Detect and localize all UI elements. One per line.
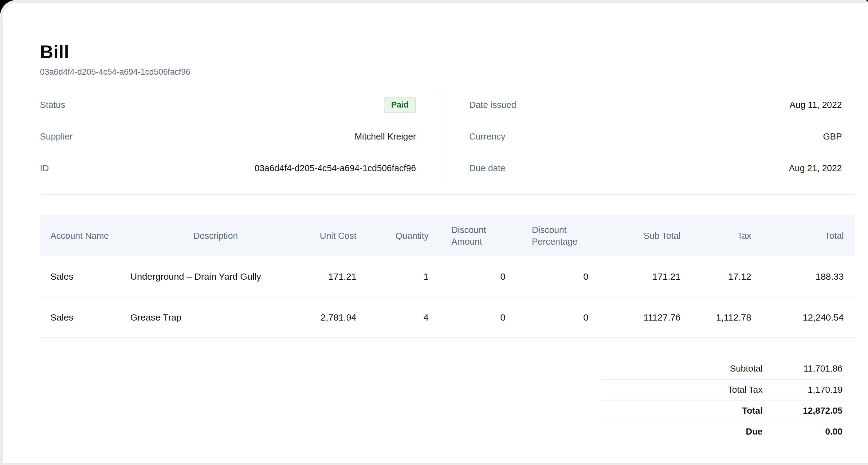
- info-row-supplier: Supplier Mitchell Kreiger: [40, 121, 416, 152]
- id-label: ID: [40, 163, 49, 173]
- cell-description: Underground – Drain Yard Gully: [120, 271, 311, 282]
- info-row-date-issued: Date issued Aug 11, 2022: [469, 89, 842, 121]
- totals-summary: Subtotal 11,701.86 Total Tax 1,170.19 To…: [600, 358, 842, 442]
- cell-quantity: 1: [368, 271, 440, 282]
- table-row: Sales Underground – Drain Yard Gully 171…: [40, 256, 855, 297]
- column-header-discount-amount: Discount Amount: [440, 224, 517, 247]
- line-items-table: Account Name Description Unit Cost Quant…: [40, 215, 855, 338]
- cell-sub-total: 171.21: [599, 271, 692, 282]
- due-date-label: Due date: [469, 163, 505, 173]
- cell-account-name: Sales: [40, 271, 120, 282]
- bill-uuid-subtitle: 03a6d4f4-d205-4c54-a694-1cd506facf96: [40, 67, 855, 76]
- info-row-due-date: Due date Aug 21, 2022: [469, 152, 842, 184]
- date-issued-label: Date issued: [469, 100, 516, 110]
- due-label: Due: [600, 427, 763, 437]
- cell-quantity: 4: [368, 312, 440, 323]
- status-label: Status: [40, 100, 65, 110]
- column-header-total: Total: [762, 230, 855, 242]
- column-header-sub-total: Sub Total: [599, 230, 692, 242]
- total-tax-label: Total Tax: [600, 385, 763, 395]
- supplier-label: Supplier: [40, 131, 72, 142]
- summary-row-total-tax: Total Tax 1,170.19: [600, 379, 842, 400]
- column-header-tax: Tax: [692, 230, 762, 242]
- cell-unit-cost: 171.21: [311, 271, 368, 282]
- bill-info-left-column: Status Paid Supplier Mitchell Kreiger ID…: [40, 89, 440, 184]
- total-tax-value: 1,170.19: [763, 385, 842, 395]
- due-value: 0.00: [763, 427, 842, 437]
- subtotal-label: Subtotal: [600, 364, 763, 374]
- cell-total: 12,240.54: [762, 312, 855, 323]
- currency-value: GBP: [823, 131, 842, 142]
- subtotal-value: 11,701.86: [763, 364, 842, 374]
- column-header-quantity: Quantity: [368, 230, 440, 242]
- cell-tax: 17.12: [692, 271, 762, 282]
- cell-description: Grease Trap: [120, 312, 311, 323]
- cell-discount-amount: 0: [440, 271, 517, 282]
- cell-unit-cost: 2,781.94: [311, 312, 368, 323]
- cell-sub-total: 11127.76: [599, 312, 692, 323]
- cell-discount-percentage: 0: [517, 312, 599, 323]
- summary-row-subtotal: Subtotal 11,701.86: [600, 358, 842, 379]
- info-row-id: ID 03a6d4f4-d205-4c54-a694-1cd506facf96: [40, 152, 416, 184]
- cell-discount-percentage: 0: [517, 271, 599, 282]
- window-frame: Bill 03a6d4f4-d205-4c54-a694-1cd506facf9…: [0, 0, 868, 465]
- supplier-value: Mitchell Kreiger: [354, 131, 416, 142]
- info-row-currency: Currency GBP: [469, 121, 842, 152]
- total-label: Total: [600, 406, 763, 416]
- column-header-description: Description: [120, 230, 311, 242]
- summary-row-due: Due 0.00: [600, 421, 842, 442]
- currency-label: Currency: [469, 131, 505, 142]
- id-value: 03a6d4f4-d205-4c54-a694-1cd506facf96: [254, 163, 416, 173]
- page-title: Bill: [40, 42, 855, 62]
- column-header-account-name: Account Name: [40, 230, 120, 242]
- summary-row-total: Total 12,872.05: [600, 400, 842, 421]
- table-row: Sales Grease Trap 2,781.94 4 0 0 11127.7…: [40, 297, 855, 338]
- info-row-status: Status Paid: [40, 89, 416, 121]
- info-table-divider: [40, 194, 855, 195]
- date-issued-value: Aug 11, 2022: [789, 100, 842, 110]
- bill-info-section: Status Paid Supplier Mitchell Kreiger ID…: [40, 87, 855, 184]
- column-header-discount-percentage: Discount Percentage: [517, 224, 599, 247]
- bill-detail-card: Bill 03a6d4f4-d205-4c54-a694-1cd506facf9…: [3, 3, 868, 463]
- cell-tax: 1,112.78: [692, 312, 762, 323]
- cell-total: 188.33: [762, 271, 855, 282]
- cell-account-name: Sales: [40, 312, 120, 323]
- line-items-header-row: Account Name Description Unit Cost Quant…: [40, 215, 855, 256]
- cell-discount-amount: 0: [440, 312, 517, 323]
- status-badge: Paid: [384, 97, 416, 113]
- bill-content: Bill 03a6d4f4-d205-4c54-a694-1cd506facf9…: [40, 3, 855, 442]
- due-date-value: Aug 21, 2022: [789, 163, 842, 173]
- column-header-unit-cost: Unit Cost: [311, 230, 368, 242]
- bill-info-right-column: Date issued Aug 11, 2022 Currency GBP Du…: [440, 89, 855, 184]
- total-value: 12,872.05: [763, 406, 842, 416]
